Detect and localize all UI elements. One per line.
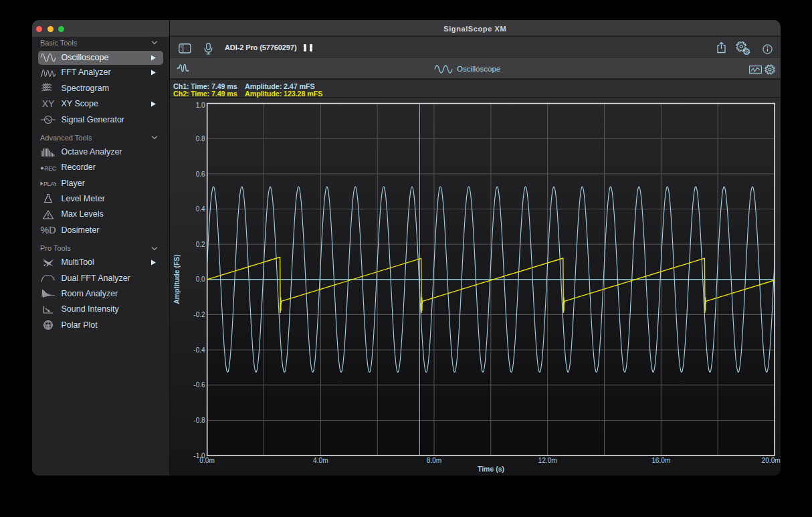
svg-text:0.0m: 0.0m	[199, 457, 215, 464]
svg-text:12.0m: 12.0m	[538, 457, 557, 464]
svg-text:Time (s): Time (s)	[478, 465, 504, 473]
svg-text:%D: %D	[40, 225, 56, 235]
svg-text:20.0m: 20.0m	[762, 457, 781, 464]
svg-text:Amplitude (FS): Amplitude (FS)	[173, 254, 181, 304]
svg-text:PLAY: PLAY	[43, 181, 56, 187]
svg-text:-0.2: -0.2	[193, 311, 205, 318]
svg-text:0.4: 0.4	[196, 205, 205, 213]
svg-text:-0.8: -0.8	[193, 417, 205, 424]
svg-text:1.0: 1.0	[196, 102, 205, 109]
svg-text:0.2: 0.2	[196, 241, 205, 248]
svg-text:0.0: 0.0	[196, 276, 205, 283]
svg-text:-0.6: -0.6	[193, 381, 205, 389]
svg-text:0.6: 0.6	[196, 171, 205, 178]
svg-text:8.0m: 8.0m	[427, 457, 442, 464]
svg-text:4.0m: 4.0m	[313, 457, 328, 464]
svg-text:0.8: 0.8	[196, 135, 205, 142]
svg-text:16.0m: 16.0m	[651, 457, 670, 464]
svg-text:XY: XY	[42, 98, 55, 109]
svg-text:-0.4: -0.4	[193, 346, 205, 354]
svg-text:REC: REC	[44, 165, 56, 171]
